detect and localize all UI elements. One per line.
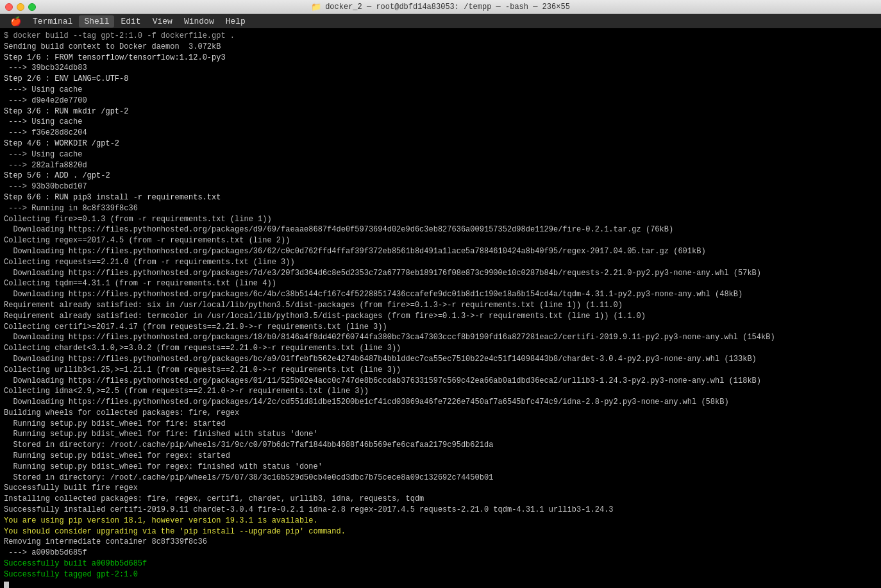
terminal-line: Collecting certifi>=2017.4.17 (from requ…	[4, 323, 387, 332]
terminal-line: Building wheels for collected packages: …	[4, 408, 239, 417]
menu-terminal[interactable]: Terminal	[28, 15, 78, 28]
terminal-line: Running setup.py bdist_wheel for regex: …	[4, 451, 230, 460]
window-title: 📁 docker_2 — root@dbfd14a83053: /tempp —…	[311, 2, 570, 12]
terminal-output: $ docker build --tag gpt-2:1.0 -f docker…	[4, 31, 877, 588]
terminal-content[interactable]: $ docker build --tag gpt-2:1.0 -f docker…	[0, 28, 881, 588]
close-button[interactable]	[5, 3, 13, 11]
terminal-line: Downloading https://files.pythonhosted.o…	[4, 247, 706, 256]
terminal-line: Downloading https://files.pythonhosted.o…	[4, 355, 757, 364]
terminal-line: ---> f36e28d8c204	[4, 128, 87, 137]
terminal-line: Downloading https://files.pythonhosted.o…	[4, 398, 729, 407]
terminal-line: ---> Running in 8c8f339f8c36	[4, 204, 138, 213]
terminal-line: Successfully tagged gpt-2:1.0	[4, 570, 138, 579]
terminal-line: Collecting chardet<3.1.0,>=3.0.2 (from r…	[4, 344, 401, 353]
terminal-line: You should consider upgrading via the 'p…	[4, 527, 346, 536]
terminal-line: Successfully built fire regex	[4, 483, 138, 492]
apple-menu[interactable]: 🍎	[5, 15, 26, 28]
terminal-line: ---> a009bb5d685f	[4, 548, 87, 557]
traffic-lights	[5, 3, 36, 11]
terminal-line: Running setup.py bdist_wheel for regex: …	[4, 462, 323, 471]
terminal-line: Collecting urllib3<1.25,>=1.21.1 (from r…	[4, 365, 401, 374]
menubar: 🍎 Terminal Shell Edit View Window Help	[0, 14, 881, 28]
terminal-line: Step 2/6 : ENV LANG=C.UTF-8	[4, 74, 128, 83]
terminal-line: ---> 39bcb324db83	[4, 63, 87, 72]
terminal-line: Step 4/6 : WORKDIR /gpt-2	[4, 139, 119, 148]
terminal-line: ---> Using cache	[4, 85, 82, 94]
maximize-button[interactable]	[28, 3, 36, 11]
terminal-line: Running setup.py bdist_wheel for fire: f…	[4, 430, 318, 439]
terminal-line: Collecting regex==2017.4.5 (from -r requ…	[4, 236, 290, 245]
terminal-line: ---> Using cache	[4, 150, 82, 159]
titlebar: 📁 docker_2 — root@dbfd14a83053: /tempp —…	[0, 0, 881, 14]
terminal-line: Stored in directory: /root/.cache/pip/wh…	[4, 441, 493, 449]
terminal-line	[4, 581, 9, 588]
terminal-line: Step 1/6 : FROM tensorflow/tensorflow:1.…	[4, 53, 226, 62]
terminal-line: Installing collected packages: fire, reg…	[4, 494, 424, 503]
terminal-line: You are using pip version 18.1, however …	[4, 516, 318, 525]
menu-help[interactable]: Help	[221, 15, 251, 28]
terminal-line: ---> 93b30bcbd107	[4, 182, 87, 191]
terminal-line: Step 3/6 : RUN mkdir /gpt-2	[4, 107, 128, 116]
terminal-line: Collecting tqdm==4.31.1 (from -r require…	[4, 279, 276, 288]
terminal-line: Successfully built a009bb5d685f	[4, 559, 147, 568]
terminal-line: Successfully installed certifi-2019.9.11…	[4, 505, 614, 514]
terminal-line: Sending build context to Docker daemon 3…	[4, 42, 221, 51]
minimize-button[interactable]	[17, 3, 24, 11]
terminal-line: Requirement already satisfied: six in /u…	[4, 301, 623, 310]
terminal-line: ---> d9e4e2de7700	[4, 96, 87, 105]
menu-shell[interactable]: Shell	[79, 15, 114, 28]
terminal-line: Collecting fire>=0.1.3 (from -r requirem…	[4, 215, 272, 224]
terminal-line: Step 6/6 : RUN pip3 install -r requireme…	[4, 193, 221, 202]
terminal-line: Collecting idna<2.9,>=2.5 (from requests…	[4, 387, 369, 396]
terminal-line: Step 5/6 : ADD . /gpt-2	[4, 171, 110, 180]
terminal-cursor	[4, 582, 9, 588]
terminal-line: $ docker build --tag gpt-2:1.0 -f docker…	[4, 31, 235, 40]
terminal-line: Downloading https://files.pythonhosted.o…	[4, 290, 743, 299]
terminal-line: Downloading https://files.pythonhosted.o…	[4, 225, 673, 234]
terminal-line: Running setup.py bdist_wheel for fire: s…	[4, 419, 226, 428]
terminal-line: ---> Using cache	[4, 117, 82, 126]
title-text: docker_2 — root@dbfd14a83053: /tempp — -…	[325, 3, 570, 12]
menu-view[interactable]: View	[147, 15, 178, 28]
terminal-line: Stored in directory: /root/.cache/pip/wh…	[4, 473, 493, 482]
menu-edit[interactable]: Edit	[115, 15, 146, 28]
terminal-line: Downloading https://files.pythonhosted.o…	[4, 269, 761, 278]
terminal-line: Collecting requests==2.21.0 (from -r req…	[4, 258, 295, 267]
terminal-line: Requirement already satisfied: termcolor…	[4, 312, 646, 321]
terminal-line: Removing intermediate container 8c8f339f…	[4, 537, 207, 546]
terminal-line: Downloading https://files.pythonhosted.o…	[4, 333, 775, 342]
menu-window[interactable]: Window	[179, 15, 219, 28]
folder-icon: 📁	[311, 2, 321, 12]
terminal-line: ---> 282alfa8820d	[4, 161, 87, 170]
terminal-line: Downloading https://files.pythonhosted.o…	[4, 376, 761, 385]
